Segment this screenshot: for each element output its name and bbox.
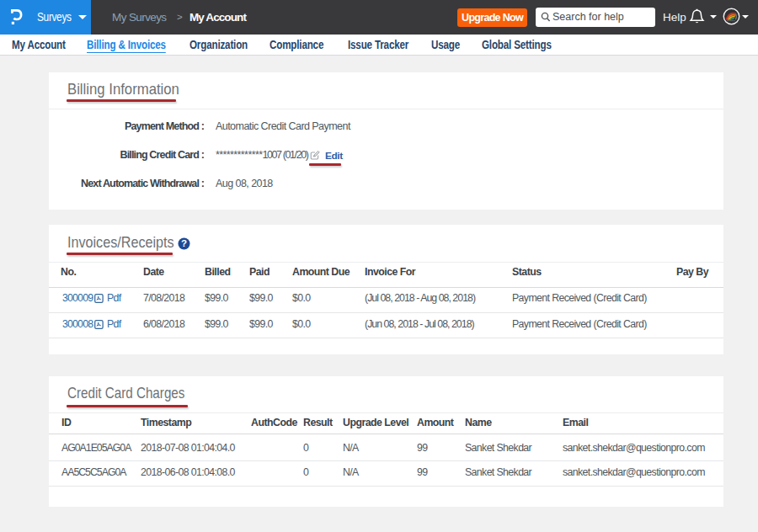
svg-text:?: ? [181, 238, 187, 248]
